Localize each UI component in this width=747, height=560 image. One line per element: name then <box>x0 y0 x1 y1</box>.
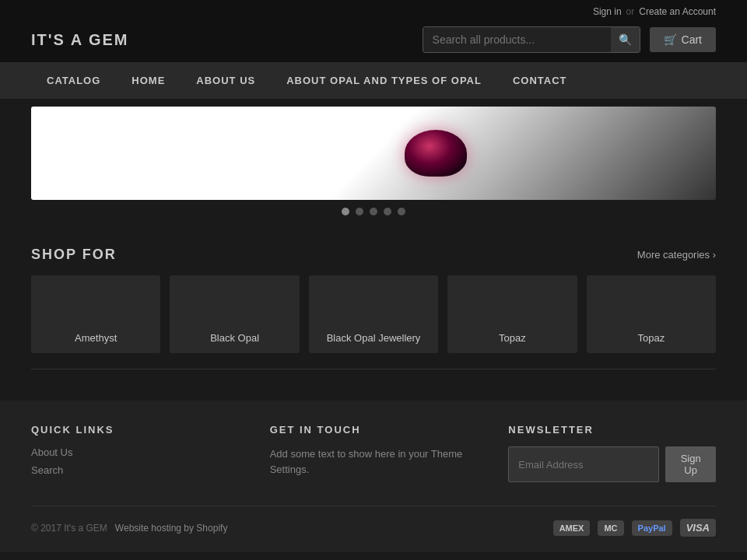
category-topaz-1[interactable]: Topaz <box>447 275 577 353</box>
shopify-link[interactable]: Website hosting by Shopify <box>115 523 228 534</box>
category-black-opal[interactable]: Black Opal <box>170 275 299 353</box>
search-button[interactable]: 🔍 <box>611 27 640 52</box>
nav-item-about-us[interactable]: ABOUT US <box>181 62 271 99</box>
cart-label: Cart <box>682 33 702 46</box>
newsletter-signup-button[interactable]: Sign Up <box>665 446 716 482</box>
category-amethyst[interactable]: Amethyst <box>31 275 160 353</box>
newsletter-row: Sign Up <box>508 446 716 482</box>
payment-mastercard: MC <box>598 520 623 536</box>
header-main: IT'S A GEM 🔍 🛒 Cart <box>0 17 747 62</box>
newsletter-title: NEWSLETTER <box>508 424 716 436</box>
footer-link-about[interactable]: About Us <box>31 446 239 458</box>
nav-item-about-opal[interactable]: ABOUT OPAL AND TYPES OF OPAL <box>271 62 497 99</box>
hero-slider <box>31 107 716 200</box>
newsletter-email-input[interactable] <box>508 446 659 482</box>
dot-1[interactable] <box>342 208 349 215</box>
header-right: 🔍 🛒 Cart <box>423 26 716 53</box>
hero-section <box>0 99 747 231</box>
shop-title: SHOP FOR <box>31 247 117 263</box>
footer-link-search[interactable]: Search <box>31 464 239 476</box>
dot-3[interactable] <box>370 208 377 215</box>
search-icon: 🔍 <box>619 33 632 46</box>
category-topaz-2-label: Topaz <box>637 332 665 344</box>
search-input[interactable] <box>423 27 611 52</box>
slider-dots <box>31 208 716 215</box>
auth-separator: or <box>626 6 635 17</box>
category-amethyst-label: Amethyst <box>75 332 117 344</box>
category-topaz-1-label: Topaz <box>499 332 526 344</box>
payment-icons: AMEX MC PayPal VISA <box>553 519 716 537</box>
nav-item-catalog[interactable]: CATALOG <box>31 62 116 99</box>
get-in-touch-text: Add some text to show here in your Theme… <box>270 446 478 477</box>
footer-grid: QUICK LINKS About Us Search GET IN TOUCH… <box>31 424 716 482</box>
category-black-opal-label: Black Opal <box>210 332 259 344</box>
main-nav: CATALOG HOME ABOUT US ABOUT OPAL AND TYP… <box>0 62 747 99</box>
quick-links-title: QUICK LINKS <box>31 424 239 436</box>
cart-icon: 🛒 <box>664 33 677 46</box>
signin-link[interactable]: Sign in <box>593 6 622 17</box>
footer-copyright: © 2017 It's a GEM Website hosting by Sho… <box>31 523 227 534</box>
site-title[interactable]: IT'S A GEM <box>31 31 129 49</box>
footer-get-in-touch: GET IN TOUCH Add some text to show here … <box>270 424 478 482</box>
shop-section: SHOP FOR More categories › Amethyst Blac… <box>0 231 747 369</box>
category-black-opal-jewellery-label: Black Opal Jewellery <box>327 332 421 344</box>
category-black-opal-jewellery[interactable]: Black Opal Jewellery <box>309 275 438 353</box>
nav-item-contact[interactable]: CONTACT <box>497 62 583 99</box>
hero-slider-inner <box>31 107 716 200</box>
footer-newsletter: NEWSLETTER Sign Up <box>508 424 716 482</box>
section-divider <box>31 369 716 369</box>
more-categories-link[interactable]: More categories › <box>637 249 716 261</box>
create-account-link[interactable]: Create an Account <box>639 6 716 17</box>
payment-visa: VISA <box>680 519 716 537</box>
dot-2[interactable] <box>356 208 363 215</box>
payment-amex: AMEX <box>553 520 591 536</box>
shop-header: SHOP FOR More categories › <box>31 247 716 263</box>
get-in-touch-title: GET IN TOUCH <box>270 424 478 436</box>
payment-paypal: PayPal <box>632 520 672 536</box>
dot-5[interactable] <box>398 208 405 215</box>
footer-bottom: © 2017 It's a GEM Website hosting by Sho… <box>31 506 716 537</box>
cart-button[interactable]: 🛒 Cart <box>650 27 716 52</box>
auth-bar: Sign in or Create an Account <box>0 0 747 17</box>
dot-4[interactable] <box>384 208 391 215</box>
footer-quick-links: QUICK LINKS About Us Search <box>31 424 239 482</box>
hero-gem-image <box>405 130 467 177</box>
category-topaz-2[interactable]: Topaz <box>587 275 716 353</box>
category-grid: Amethyst Black Opal Black Opal Jewellery… <box>31 275 716 353</box>
footer: QUICK LINKS About Us Search GET IN TOUCH… <box>0 401 747 552</box>
copyright-text: © 2017 It's a GEM <box>31 523 107 534</box>
search-bar: 🔍 <box>423 26 640 53</box>
header-area: Sign in or Create an Account IT'S A GEM … <box>0 0 747 62</box>
nav-item-home[interactable]: HOME <box>116 62 181 99</box>
